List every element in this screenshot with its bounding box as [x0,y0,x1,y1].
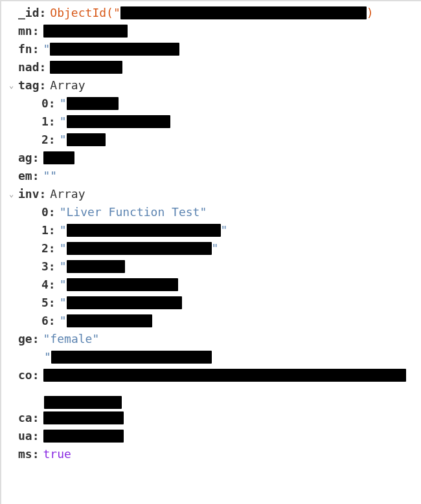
field-row-tag[interactable]: ⌄ tag: Array [5,76,421,94]
array-index: 2 [41,239,49,257]
array-index: 2 [41,131,49,149]
field-value-em: "" [43,167,58,185]
quote-open: " [60,113,67,131]
array-item-inv-5[interactable]: 5: " [5,294,421,312]
field-row-ge[interactable]: ge: "female" [5,330,421,348]
array-index: 1 [41,113,49,131]
field-value-ge: "female" [43,330,100,348]
redaction-block [50,43,179,56]
redaction-block [120,6,367,19]
field-value-ms: true [43,445,71,463]
field-key-co: co [18,366,32,384]
field-row-ca[interactable]: ca: [5,409,421,427]
redaction-block [43,25,128,38]
field-key-mn: mn [18,22,32,40]
array-index: 3 [41,257,49,276]
quote-open: " [60,131,67,149]
array-item-inv-2[interactable]: 2: " " [5,239,421,257]
field-row-co[interactable]: co: [5,366,421,384]
redaction-block [67,260,125,273]
redaction-block [67,115,170,128]
redaction-block [67,278,178,291]
field-row-nad[interactable]: nad: [5,58,421,76]
field-row-co-cont [5,396,421,409]
redaction-block [67,242,212,255]
field-key-inv: inv [18,185,40,203]
field-key-tag: tag [18,76,40,94]
redaction-block [43,369,406,382]
redaction-block [43,430,124,443]
field-key-id: _id [18,4,40,22]
field-row-inv[interactable]: ⌄ inv: Array [5,185,421,203]
quote-open: " [60,257,67,276]
array-index: 4 [41,276,49,294]
field-value-inv-0: "Liver Function Test" [60,203,207,221]
quote-open: " [60,276,67,294]
redaction-block [67,296,182,309]
redaction-block [67,133,106,146]
array-index: 6 [41,312,49,330]
quote-open: " [43,40,51,58]
field-row-ms[interactable]: ms: true [5,445,421,463]
array-item-tag-0[interactable]: 0: " [5,94,421,113]
array-item-inv-4[interactable]: 4: " [5,276,421,294]
array-item-inv-3[interactable]: 3: " [5,257,421,276]
redaction-block [50,61,122,74]
redaction-block [43,411,124,424]
orphan-value-line: " [5,348,421,366]
array-type-label: Array [50,185,85,203]
array-item-tag-2[interactable]: 2: " [5,131,421,149]
quote-open: " [60,94,67,113]
field-key-ms: ms [18,445,32,463]
redaction-block [51,351,212,364]
quote-close: " [212,239,219,257]
array-index: 5 [41,294,49,312]
array-item-tag-1[interactable]: 1: " [5,113,421,131]
array-index: 0 [41,94,49,113]
quote-open: " [60,294,67,312]
quote-open: " [60,239,67,257]
chevron-down-icon[interactable]: ⌄ [9,185,18,203]
array-index: 1 [41,221,49,239]
document-view: _id: ObjectId(" ) mn: fn: " nad: ⌄ tag: … [1,1,421,470]
quote-open: " [60,312,67,330]
redaction-block [67,314,152,327]
field-row-fn[interactable]: fn: " [5,40,421,58]
field-row-mn[interactable]: mn: [5,22,421,40]
field-key-em: em [18,167,32,185]
redaction-block [67,97,119,110]
redaction-block [67,224,221,237]
array-item-inv-0[interactable]: 0: "Liver Function Test" [5,203,421,221]
redaction-block [44,396,122,409]
field-key-nad: nad [18,58,40,76]
array-index: 0 [41,203,49,221]
field-row-id[interactable]: _id: ObjectId(" ) [5,4,421,22]
field-key-fn: fn [18,40,32,58]
field-key-ge: ge [18,330,32,348]
field-key-ua: ua [18,427,32,445]
array-item-inv-1[interactable]: 1: " " [5,221,421,239]
field-row-ag[interactable]: ag: [5,149,421,167]
redaction-block [43,151,74,164]
objectid-prefix: ObjectId(" [50,4,120,22]
quote-open: " [44,348,51,366]
field-key-ca: ca [18,409,32,427]
quote-open: " [60,221,67,239]
objectid-suffix: ) [367,4,374,22]
field-row-ua[interactable]: ua: [5,427,421,445]
array-item-inv-6[interactable]: 6: " [5,312,421,330]
chevron-down-icon[interactable]: ⌄ [9,76,18,94]
array-type-label: Array [50,76,85,94]
field-key-ag: ag [18,149,32,167]
field-row-em[interactable]: em: "" [5,167,421,185]
quote-close: " [221,221,228,239]
